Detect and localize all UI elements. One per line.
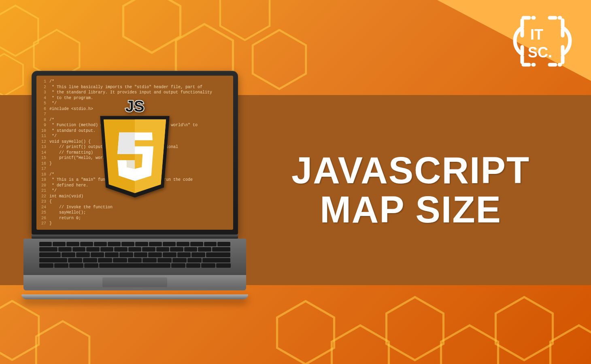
laptop-base <box>23 239 246 294</box>
itsc-logo-icon: IT SC. <box>510 11 575 72</box>
svg-marker-11 <box>387 297 444 360</box>
code-line: 26 return 0; <box>39 216 231 221</box>
svg-marker-10 <box>332 326 389 364</box>
svg-marker-2 <box>0 54 23 96</box>
code-line: 1/* <box>39 79 231 85</box>
laptop-palmrest <box>23 275 246 290</box>
page-title: JAVASCRIPT MAP SIZE <box>291 151 530 229</box>
code-line: 27} <box>39 221 231 226</box>
laptop-bezel: 1/*2 * This line basically imports the "… <box>32 71 238 235</box>
laptop-hinge <box>32 235 238 239</box>
svg-marker-8 <box>36 321 89 364</box>
laptop-keyboard <box>23 239 246 275</box>
title-line-2: MAP SIZE <box>291 190 530 229</box>
svg-text:IT: IT <box>530 26 543 43</box>
laptop-front-edge <box>21 294 248 299</box>
js-badge: JS <box>91 98 179 203</box>
code-line: 25 sayHello(); <box>39 210 231 216</box>
svg-marker-5 <box>220 0 270 40</box>
js-badge-label: JS <box>125 98 144 114</box>
svg-text:SC.: SC. <box>528 44 552 61</box>
svg-marker-3 <box>123 0 181 53</box>
svg-marker-6 <box>253 30 306 89</box>
laptop-illustration: 1/*2 * This line basically imports the "… <box>32 71 248 299</box>
svg-marker-13 <box>496 297 553 360</box>
code-line: 24 // Invoke the function <box>39 205 231 210</box>
code-line: 3 * the standard library. It provides in… <box>39 90 231 95</box>
svg-marker-0 <box>0 6 38 56</box>
laptop-screen: 1/*2 * This line basically imports the "… <box>36 76 233 230</box>
brand-logo: IT SC. <box>510 11 575 74</box>
title-line-1: JAVASCRIPT <box>291 151 530 190</box>
svg-marker-9 <box>277 301 334 364</box>
laptop-trackpad <box>102 277 167 287</box>
svg-marker-14 <box>551 326 591 364</box>
svg-marker-7 <box>0 301 39 360</box>
code-line: 2 * This line basically imports the "std… <box>39 85 231 90</box>
svg-marker-12 <box>441 326 498 364</box>
